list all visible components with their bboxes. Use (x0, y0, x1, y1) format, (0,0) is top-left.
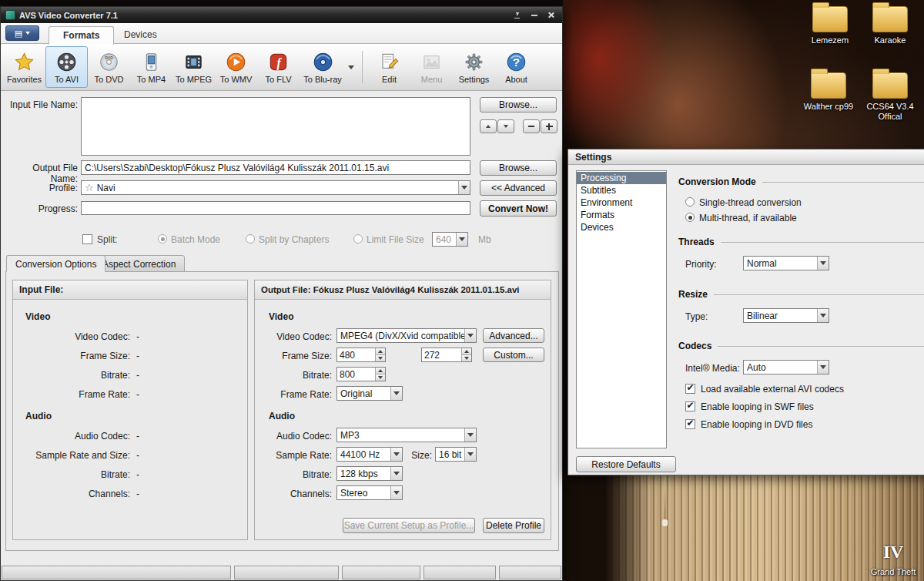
browse-input-button[interactable]: Browse... (480, 97, 557, 113)
wmv-play-icon (226, 50, 246, 74)
tool-to-dvd[interactable]: DVD To DVD (88, 46, 130, 88)
tab-conversion-options[interactable]: Conversion Options (6, 255, 105, 272)
dropdown-button[interactable] (458, 181, 470, 194)
move-down-button[interactable] (497, 119, 514, 133)
multi-thread-radio[interactable] (685, 213, 695, 222)
split-checkbox[interactable] (82, 234, 92, 244)
frame-rate-select[interactable]: Original (336, 386, 403, 401)
minimize-button[interactable] (527, 9, 541, 21)
main-menu-button[interactable] (5, 25, 39, 41)
nav-item-subtitles[interactable]: Subtitles (577, 184, 666, 196)
desktop-icon-ccs64[interactable]: CCS64 V3.4 Offical (861, 72, 919, 122)
tool-to-mp4[interactable]: To MP4 (130, 46, 172, 88)
tool-to-flv[interactable]: f To FLV (257, 46, 300, 88)
close-button[interactable] (544, 9, 557, 21)
title-bar[interactable]: AVS Video Converter 7.1 (1, 7, 562, 23)
row-label: Audio Codec: (255, 431, 332, 442)
add-file-button[interactable] (541, 119, 557, 133)
film-reel-icon (56, 50, 77, 74)
restore-defaults-button[interactable]: Restore Defaults (576, 456, 676, 472)
desktop-icon-walther-cp99[interactable]: Walther cp99 (799, 72, 858, 112)
tool-about[interactable]: ? About (495, 46, 537, 88)
dropdown-button[interactable] (464, 448, 476, 461)
dropdown-button[interactable] (390, 486, 402, 499)
desktop-icon-karaoke[interactable]: Karaoke (861, 6, 919, 45)
limit-size-select[interactable]: 640 (432, 232, 468, 247)
resize-type-select[interactable]: Bilinear (743, 308, 829, 323)
limit-file-size-radio[interactable] (353, 234, 363, 243)
nav-item-devices[interactable]: Devices (577, 221, 666, 233)
desktop-icon-lemezem[interactable]: Lemezem (801, 6, 859, 45)
dropdown-button[interactable] (390, 387, 402, 400)
dropdown-button[interactable] (464, 428, 476, 442)
tool-settings[interactable]: Settings (453, 46, 495, 88)
spinner-buttons[interactable] (375, 368, 385, 381)
external-avi-codecs-checkbox[interactable] (685, 384, 695, 394)
nav-item-formats[interactable]: Formats (577, 209, 666, 221)
tool-to-bluray[interactable]: To Blu-ray (300, 46, 346, 88)
more-formats-dropdown[interactable] (346, 46, 357, 88)
batch-mode-radio[interactable] (158, 234, 167, 243)
output-file-input[interactable]: C:\Users\Szabi\Desktop\Fókusz Plusz Való… (81, 160, 470, 175)
dropdown-button[interactable] (456, 233, 467, 246)
tab-devices[interactable]: Devices (110, 26, 171, 45)
audio-codec-select[interactable]: MP3 (336, 428, 477, 442)
frame-height-spinner[interactable]: 272 (421, 348, 472, 362)
spin-up-button[interactable] (462, 348, 471, 354)
dropdown-button[interactable] (817, 309, 829, 322)
spin-down-button[interactable] (376, 374, 385, 381)
desktop-icon-grand-theft[interactable]: Grand Theft (864, 539, 922, 577)
video-bitrate-spinner[interactable]: 800 (336, 367, 386, 381)
settings-title-bar[interactable]: Settings (568, 149, 924, 165)
spin-down-button[interactable] (462, 354, 471, 361)
svg-text:?: ? (513, 55, 520, 69)
dropdown-button[interactable] (817, 361, 829, 374)
nav-item-processing[interactable]: Processing (577, 172, 666, 184)
advanced-toggle-button[interactable]: << Advanced (480, 180, 557, 196)
browse-output-button[interactable]: Browse... (480, 160, 557, 176)
spinner-value: 272 (422, 348, 461, 361)
tab-aspect-correction[interactable]: Aspect Correction (93, 255, 185, 272)
sample-rate-select[interactable]: 44100 Hz (336, 447, 403, 462)
move-up-button[interactable] (480, 119, 497, 133)
tool-to-wmv[interactable]: To WMV (215, 46, 257, 88)
priority-select[interactable]: Normal (743, 256, 829, 270)
intel-media-select[interactable]: Auto (743, 360, 829, 374)
tab-formats[interactable]: Formats (49, 26, 114, 45)
custom-frame-size-button[interactable]: Custom... (483, 348, 544, 362)
dropdown-button[interactable] (390, 467, 402, 480)
tool-edit[interactable]: Edit (368, 46, 410, 88)
tool-to-mpeg[interactable]: To MPEG (172, 46, 215, 88)
picture-icon (421, 50, 442, 74)
remove-file-button[interactable] (523, 119, 540, 133)
delete-profile-button[interactable]: Delete Profile (483, 518, 544, 533)
dropdown-button[interactable] (390, 448, 402, 461)
split-by-chapters-radio[interactable] (246, 234, 255, 243)
nav-item-environment[interactable]: Environment (577, 196, 666, 209)
dropdown-button[interactable] (817, 257, 829, 270)
desktop-icon-label: CCS64 V3.4 Offical (861, 102, 919, 122)
minimize-to-tray-button[interactable] (511, 9, 524, 21)
spin-up-button[interactable] (376, 348, 385, 354)
frame-width-spinner[interactable]: 480 (336, 348, 386, 362)
advanced-codec-button[interactable]: Advanced... (483, 328, 544, 343)
video-codec-select[interactable]: MPEG4 (DivX/Xvid compatible) (336, 328, 477, 343)
dvd-looping-checkbox[interactable] (685, 419, 695, 429)
tool-to-avi[interactable]: To AVI (45, 46, 88, 88)
profile-select[interactable]: Navi (81, 180, 470, 195)
spin-up-button[interactable] (376, 368, 385, 374)
convert-now-button[interactable]: Convert Now! (480, 200, 557, 217)
spin-down-button[interactable] (376, 354, 385, 361)
spinner-buttons[interactable] (375, 348, 385, 361)
edit-pencil-icon (379, 50, 400, 74)
dropdown-button[interactable] (464, 329, 476, 342)
spinner-buttons[interactable] (461, 348, 471, 361)
audio-bitrate-select[interactable]: 128 kbps (336, 466, 403, 481)
channels-select[interactable]: Stereo (336, 485, 403, 500)
sample-size-select[interactable]: 16 bit (435, 447, 477, 462)
tool-favorites[interactable]: Favorites (3, 46, 45, 88)
arrow-down-icon (464, 357, 469, 360)
swf-looping-checkbox[interactable] (685, 401, 695, 411)
input-file-list[interactable] (81, 97, 470, 156)
single-thread-radio[interactable] (685, 197, 695, 207)
